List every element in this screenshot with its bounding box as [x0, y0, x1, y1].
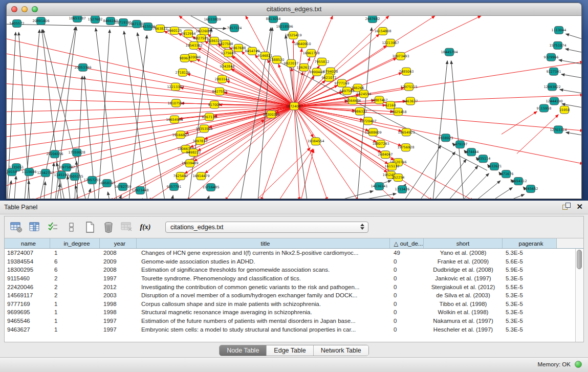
table-cell[interactable]: Nakamura et al. (1997)	[424, 318, 503, 324]
black-edge[interactable]	[566, 133, 581, 136]
black-edge[interactable]	[108, 192, 110, 199]
table-cell[interactable]: 2012	[100, 284, 137, 290]
table-cell[interactable]: 5.3E-5	[503, 301, 557, 307]
red-edge[interactable]	[294, 106, 394, 112]
black-edge[interactable]	[51, 163, 54, 199]
table-cell[interactable]: 2008	[100, 267, 137, 273]
black-edge[interactable]	[565, 49, 581, 52]
table-row[interactable]: 1456911722003Disruption of a novel membe…	[5, 291, 576, 300]
black-edge[interactable]	[560, 90, 581, 94]
table-cell[interactable]: Jankovic et al. (1997)	[424, 275, 503, 281]
red-edge[interactable]	[205, 106, 294, 173]
scrollbar-thumb[interactable]	[577, 250, 582, 269]
table-mode-button[interactable]	[10, 221, 23, 234]
column-header-3[interactable]: title	[137, 238, 390, 248]
table-cell[interactable]: 9463627	[5, 326, 50, 333]
table-cell[interactable]: 5.3E-5	[503, 309, 557, 315]
black-edge[interactable]	[172, 195, 173, 199]
black-edge[interactable]	[434, 160, 466, 199]
table-source-select[interactable]: citations_edges.txt	[165, 222, 368, 233]
column-header-2[interactable]: year	[100, 238, 137, 248]
table-cell[interactable]: 2009	[100, 258, 137, 265]
table-cell[interactable]: 2008	[100, 250, 137, 256]
table-cell[interactable]: 6	[50, 258, 100, 265]
table-cell[interactable]: 0	[390, 275, 424, 281]
table-cell[interactable]: 1	[50, 250, 100, 256]
table-cell[interactable]: 5.3E-5	[503, 250, 557, 256]
table-cell[interactable]: 1997	[100, 275, 137, 281]
table-cell[interactable]: 5.3E-5	[503, 326, 557, 333]
black-edge[interactable]	[98, 30, 110, 199]
network-window-titlebar[interactable]: citations_edges.txt	[7, 3, 581, 16]
table-cell[interactable]: Estimation of significance thresholds fo…	[137, 267, 390, 273]
table-cell[interactable]: 14569117	[5, 292, 50, 298]
table-cell[interactable]: 1997	[100, 326, 137, 333]
table-cell[interactable]: 0	[390, 258, 424, 265]
table-cell[interactable]: 19384554	[5, 258, 50, 265]
black-edge[interactable]	[9, 181, 11, 199]
table-cell[interactable]: 18724007	[5, 250, 50, 256]
table-cell[interactable]: Wolkin et al. (1998)	[424, 309, 503, 315]
black-edge[interactable]	[404, 145, 441, 199]
red-edge[interactable]	[301, 149, 314, 199]
black-edge[interactable]	[44, 182, 45, 199]
table-cell[interactable]: 9465546	[5, 318, 50, 324]
table-cell[interactable]: 18300295	[5, 267, 50, 273]
network-canvas[interactable]: 1872400754055722089140610653287152760284…	[7, 16, 581, 199]
table-cell[interactable]: Corpus callosum shape and size in male p…	[137, 301, 390, 307]
delete-column-button[interactable]	[102, 221, 115, 234]
table-row[interactable]: 1872400712008Changes of HCN gene express…	[5, 249, 576, 257]
table-cell[interactable]: Disruption of a novel member of a sodium…	[137, 292, 390, 298]
table-row[interactable]: 969969511998Structural magnetic resonanc…	[5, 308, 576, 317]
column-header-1[interactable]: in_degree	[50, 238, 100, 248]
table-cell[interactable]: 49	[390, 250, 424, 256]
table-cell[interactable]: 1998	[100, 301, 137, 307]
tab-network-table[interactable]: Network Table	[314, 345, 368, 356]
table-cell[interactable]: 6	[50, 267, 100, 273]
black-edge[interactable]	[14, 176, 16, 199]
table-panel-titlebar[interactable]: Table Panel ✕	[0, 201, 588, 214]
table-cell[interactable]: 0	[390, 284, 424, 290]
table-row[interactable]: 1830029562008Estimation of significance …	[5, 266, 576, 274]
table-cell[interactable]: Dudbridge et al. (2008)	[424, 267, 503, 273]
tab-node-table[interactable]: Node Table	[220, 345, 267, 356]
table-cell[interactable]: 1998	[100, 309, 137, 315]
table-cell[interactable]: Tourette syndrome. Phenomenology and cla…	[137, 275, 390, 281]
tab-edge-table[interactable]: Edge Table	[267, 345, 313, 356]
table-cell[interactable]: Franke et al. (2009)	[424, 258, 503, 265]
table-cell[interactable]: 1	[50, 326, 100, 333]
black-edge[interactable]	[476, 181, 500, 199]
table-cell[interactable]: 22420046	[5, 284, 50, 290]
table-row[interactable]: 2242004622012Investigating the contribut…	[5, 282, 576, 291]
table-cell[interactable]: Stergiakouli et al. (2012)	[424, 284, 503, 290]
table-row[interactable]: 911546021997Tourette syndrome. Phenomeno…	[5, 274, 576, 283]
table-cell[interactable]: 0	[390, 267, 424, 273]
table-cell[interactable]: 2	[50, 292, 100, 298]
table-row[interactable]: 977716911998Corpus callosum shape and si…	[5, 300, 576, 309]
table-cell[interactable]: Investigating the contribution of common…	[137, 284, 390, 290]
black-edge[interactable]	[129, 35, 147, 199]
table-cell[interactable]: 5.6E-5	[503, 258, 557, 265]
red-edge[interactable]	[294, 106, 402, 132]
column-header-6[interactable]: pagerank	[503, 238, 557, 248]
table-cell[interactable]: Estimation of the future numbers of pati…	[137, 318, 390, 324]
black-edge[interactable]	[338, 191, 373, 199]
table-cell[interactable]: 5.9E-5	[503, 267, 557, 273]
show-columns-button[interactable]	[28, 221, 41, 234]
row-view-button[interactable]	[65, 221, 78, 234]
table-cell[interactable]: Tibbo et al. (1998)	[424, 301, 503, 307]
table-cell[interactable]: 2	[50, 284, 100, 290]
table-cell[interactable]: Structural magnetic resonance image aver…	[137, 309, 390, 315]
table-cell[interactable]: de Silva et al. (2003)	[424, 292, 503, 298]
black-edge[interactable]	[208, 196, 209, 199]
table-cell[interactable]: 0	[390, 301, 424, 307]
black-edge[interactable]	[566, 34, 581, 39]
close-panel-icon[interactable]: ✕	[576, 203, 583, 210]
column-header-4[interactable]: △ out_de...	[390, 238, 424, 248]
black-edge[interactable]	[509, 194, 525, 199]
black-edge[interactable]	[433, 61, 447, 199]
table-cell[interactable]: 2003	[100, 292, 137, 298]
function-builder-button[interactable]: f(x)	[139, 221, 152, 234]
table-cell[interactable]: Genome-wide association studies in ADHD.	[137, 258, 390, 265]
table-cell[interactable]: 9699695	[5, 309, 50, 315]
